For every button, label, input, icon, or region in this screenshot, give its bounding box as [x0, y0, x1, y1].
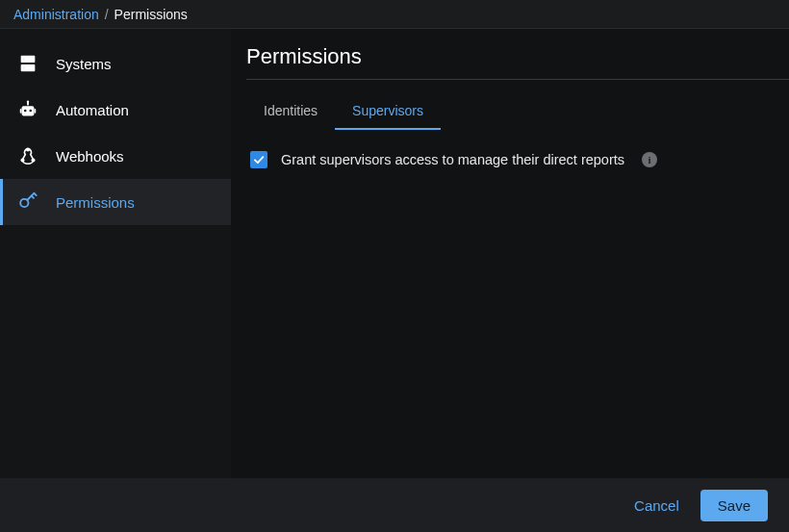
tab-content-supervisors: Grant supervisors access to manage their…: [246, 130, 789, 478]
svg-point-2: [23, 58, 25, 60]
sidebar-item-label: Systems: [56, 56, 112, 72]
page-title: Permissions: [246, 44, 789, 80]
tabs: Identities Supervisors: [246, 93, 789, 130]
sidebar-item-label: Permissions: [56, 194, 135, 211]
sidebar: Systems Automation: [0, 29, 231, 478]
svg-rect-10: [34, 109, 36, 114]
webhooks-icon: [17, 145, 38, 166]
svg-line-16: [34, 193, 36, 195]
svg-point-3: [23, 67, 25, 69]
svg-point-6: [27, 101, 29, 103]
sidebar-item-webhooks[interactable]: Webhooks: [0, 133, 231, 179]
breadcrumb-current: Permissions: [115, 7, 188, 22]
breadcrumb: Administration / Permissions: [0, 0, 789, 29]
save-button[interactable]: Save: [700, 490, 768, 521]
svg-line-17: [32, 196, 34, 198]
svg-point-11: [26, 148, 30, 152]
footer-actions: Cancel Save: [0, 478, 789, 532]
sidebar-item-label: Automation: [56, 102, 129, 118]
svg-rect-4: [22, 106, 35, 115]
grant-supervisors-checkbox[interactable]: [250, 151, 267, 168]
automation-icon: [17, 99, 38, 120]
svg-rect-9: [20, 109, 22, 114]
breadcrumb-separator: /: [105, 7, 109, 22]
sidebar-item-automation[interactable]: Automation: [0, 87, 231, 133]
tab-supervisors[interactable]: Supervisors: [335, 93, 441, 130]
systems-icon: [17, 53, 38, 74]
breadcrumb-root-link[interactable]: Administration: [13, 7, 99, 22]
tab-identities[interactable]: Identities: [246, 93, 335, 130]
permissions-icon: [17, 191, 38, 213]
checkmark-icon: [252, 153, 266, 166]
svg-point-7: [24, 110, 27, 113]
sidebar-item-permissions[interactable]: Permissions: [0, 179, 231, 225]
info-icon[interactable]: i: [642, 152, 657, 167]
main-content: Permissions Identities Supervisors Grant…: [231, 29, 789, 478]
svg-point-8: [29, 110, 32, 113]
grant-supervisors-label: Grant supervisors access to manage their…: [281, 152, 624, 167]
sidebar-item-label: Webhooks: [56, 148, 124, 165]
grant-supervisors-row: Grant supervisors access to manage their…: [250, 151, 789, 168]
sidebar-item-systems[interactable]: Systems: [0, 40, 231, 87]
cancel-button[interactable]: Cancel: [634, 497, 679, 514]
